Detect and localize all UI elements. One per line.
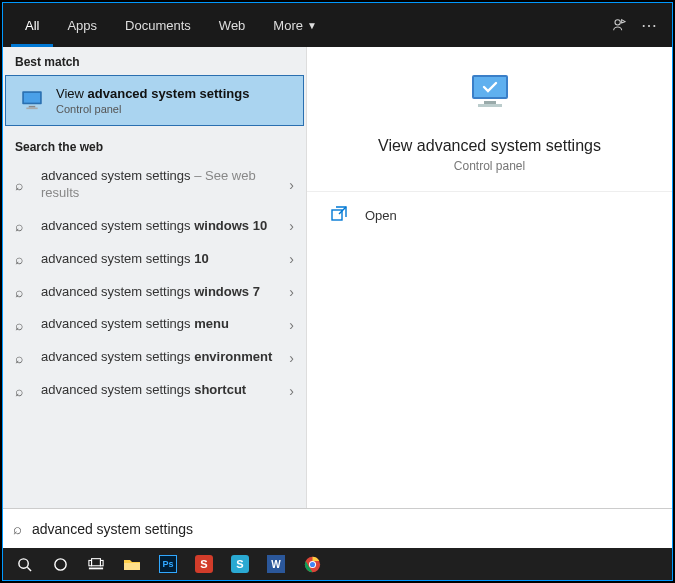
web-result-3[interactable]: ⌕ advanced system settings windows 7 › bbox=[3, 276, 306, 309]
chevron-right-icon: › bbox=[289, 350, 294, 366]
search-icon: ⌕ bbox=[13, 520, 22, 537]
taskbar-word-icon[interactable]: W bbox=[259, 550, 293, 578]
results-pane: Best match View advanced system settings… bbox=[3, 47, 307, 508]
section-search-web: Search the web bbox=[3, 132, 306, 160]
chevron-right-icon: › bbox=[289, 317, 294, 333]
tab-more[interactable]: More ▼ bbox=[259, 3, 331, 47]
best-match-item[interactable]: View advanced system settings Control pa… bbox=[5, 75, 304, 126]
web-result-0[interactable]: ⌕ advanced system settings – See web res… bbox=[3, 160, 306, 210]
detail-title: View advanced system settings bbox=[323, 137, 656, 155]
best-match-text: View advanced system settings Control pa… bbox=[56, 86, 249, 115]
svg-point-10 bbox=[18, 558, 27, 567]
taskbar-s-app-icon[interactable]: S bbox=[187, 550, 221, 578]
svg-rect-12 bbox=[92, 559, 101, 566]
svg-point-11 bbox=[54, 558, 65, 569]
search-icon: ⌕ bbox=[15, 350, 31, 366]
body: Best match View advanced system settings… bbox=[3, 47, 672, 508]
tab-apps[interactable]: Apps bbox=[53, 3, 111, 47]
web-result-6[interactable]: ⌕ advanced system settings shortcut › bbox=[3, 374, 306, 407]
svg-rect-9 bbox=[332, 210, 342, 220]
best-match-bold: advanced system settings bbox=[88, 86, 250, 101]
web-result-2[interactable]: ⌕ advanced system settings 10 › bbox=[3, 243, 306, 276]
detail-monitor-icon bbox=[323, 71, 656, 123]
chevron-down-icon: ▼ bbox=[307, 20, 317, 31]
web-result-0-text: advanced system settings bbox=[41, 168, 191, 183]
svg-point-19 bbox=[309, 561, 314, 566]
web-result-5[interactable]: ⌕ advanced system settings environment › bbox=[3, 341, 306, 374]
more-options-icon[interactable]: ⋯ bbox=[634, 16, 664, 35]
detail-header: View advanced system settings Control pa… bbox=[307, 47, 672, 192]
tab-documents[interactable]: Documents bbox=[111, 3, 205, 47]
taskbar-taskview-icon[interactable] bbox=[79, 550, 113, 578]
web-result-4-text: advanced system settings bbox=[41, 316, 194, 331]
chevron-right-icon: › bbox=[289, 284, 294, 300]
action-open[interactable]: Open bbox=[307, 192, 672, 239]
top-tab-bar: All Apps Documents Web More ▼ ⋯ bbox=[3, 3, 672, 47]
svg-rect-13 bbox=[89, 560, 92, 565]
best-match-prefix: View bbox=[56, 86, 88, 101]
taskbar-explorer-icon[interactable] bbox=[115, 550, 149, 578]
monitor-icon bbox=[18, 87, 46, 115]
tab-all[interactable]: All bbox=[11, 3, 53, 47]
web-result-1-text: advanced system settings bbox=[41, 218, 194, 233]
web-result-5-bold: environment bbox=[194, 349, 272, 364]
feedback-icon[interactable] bbox=[604, 17, 634, 33]
web-result-6-bold: shortcut bbox=[194, 382, 246, 397]
search-icon: ⌕ bbox=[15, 383, 31, 399]
web-result-2-bold: 10 bbox=[194, 251, 208, 266]
tabs: All Apps Documents Web More ▼ bbox=[11, 3, 331, 47]
taskbar-snagit-icon[interactable]: S bbox=[223, 550, 257, 578]
web-result-5-text: advanced system settings bbox=[41, 349, 194, 364]
web-result-2-text: advanced system settings bbox=[41, 251, 194, 266]
svg-rect-2 bbox=[24, 92, 40, 102]
taskbar: Ps S S W bbox=[3, 548, 672, 580]
search-panel: All Apps Documents Web More ▼ ⋯ Best mat… bbox=[2, 2, 673, 581]
best-match-sub: Control panel bbox=[56, 103, 249, 115]
search-icon: ⌕ bbox=[15, 251, 31, 267]
detail-pane: View advanced system settings Control pa… bbox=[307, 47, 672, 508]
svg-rect-7 bbox=[484, 101, 496, 104]
svg-rect-14 bbox=[100, 560, 103, 565]
search-bar[interactable]: ⌕ bbox=[3, 508, 672, 548]
search-icon: ⌕ bbox=[15, 317, 31, 333]
action-open-label: Open bbox=[365, 208, 397, 223]
tab-web[interactable]: Web bbox=[205, 3, 260, 47]
web-result-1[interactable]: ⌕ advanced system settings windows 10 › bbox=[3, 210, 306, 243]
open-icon bbox=[331, 206, 351, 225]
chevron-right-icon: › bbox=[289, 177, 294, 193]
taskbar-photoshop-icon[interactable]: Ps bbox=[151, 550, 185, 578]
svg-rect-6 bbox=[474, 77, 506, 97]
chevron-right-icon: › bbox=[289, 383, 294, 399]
chevron-right-icon: › bbox=[289, 218, 294, 234]
search-icon: ⌕ bbox=[15, 284, 31, 300]
web-result-4-bold: menu bbox=[194, 316, 229, 331]
taskbar-search-icon[interactable] bbox=[7, 550, 41, 578]
svg-rect-3 bbox=[29, 105, 36, 107]
svg-rect-15 bbox=[89, 568, 103, 570]
web-result-1-bold: windows 10 bbox=[194, 218, 267, 233]
svg-point-0 bbox=[615, 20, 620, 25]
tab-more-label: More bbox=[273, 18, 303, 33]
web-result-3-text: advanced system settings bbox=[41, 284, 194, 299]
taskbar-chrome-icon[interactable] bbox=[295, 550, 329, 578]
web-result-3-bold: windows 7 bbox=[194, 284, 260, 299]
web-result-6-text: advanced system settings bbox=[41, 382, 194, 397]
search-icon: ⌕ bbox=[15, 177, 31, 193]
search-icon: ⌕ bbox=[15, 218, 31, 234]
detail-subtitle: Control panel bbox=[323, 159, 656, 173]
chevron-right-icon: › bbox=[289, 251, 294, 267]
search-input[interactable] bbox=[32, 521, 662, 537]
web-result-4[interactable]: ⌕ advanced system settings menu › bbox=[3, 308, 306, 341]
taskbar-cortana-icon[interactable] bbox=[43, 550, 77, 578]
svg-rect-8 bbox=[478, 104, 502, 107]
section-best-match: Best match bbox=[3, 47, 306, 75]
svg-rect-16 bbox=[124, 563, 140, 570]
svg-rect-4 bbox=[26, 107, 37, 109]
